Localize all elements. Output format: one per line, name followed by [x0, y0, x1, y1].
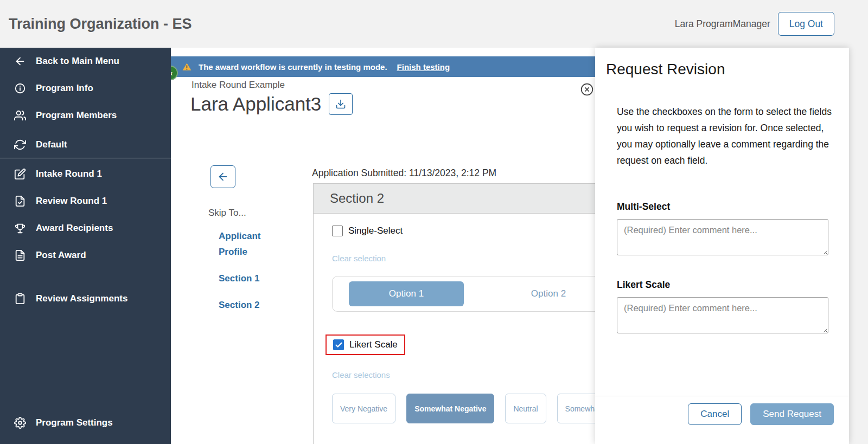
likert-options: Very Negative Somewhat Negative Neutral … [332, 394, 595, 423]
logged-in-user: Lara ProgramManager [675, 18, 770, 30]
sidebar-item-label: Intake Round 1 [36, 169, 102, 179]
sidebar-item-program-members[interactable]: Program Members [0, 102, 171, 129]
main-content: The award workflow is currently in testi… [171, 48, 595, 444]
breadcrumb: Intake Round Example [192, 80, 285, 91]
sidebar-item-review-assignments[interactable]: Review Assignments [0, 285, 171, 312]
sidebar-item-label: Program Settings [36, 417, 113, 428]
trophy-icon [14, 222, 26, 234]
applicant-header: Lara Applicant3 [190, 93, 353, 115]
sidebar-item-intake-round-1[interactable]: Intake Round 1 [0, 160, 171, 188]
sidebar-item-label: Default [36, 139, 67, 150]
likert-scale-label: Likert Scale [349, 339, 398, 350]
people-icon [14, 110, 26, 121]
likert-scale-comment-input[interactable] [617, 297, 828, 333]
send-request-button[interactable]: Send Request [750, 403, 834, 425]
sidebar-item-review-round-1[interactable]: Review Round 1 [0, 188, 171, 215]
app-header: Training Organization - ES Lara ProgramM… [0, 0, 868, 48]
download-icon [335, 99, 346, 110]
cycle-icon [14, 139, 26, 151]
sidebar-item-program-info[interactable]: Program Info [0, 75, 171, 102]
skip-link-section-2[interactable]: Section 2 [219, 297, 290, 313]
edit-document-icon [14, 168, 26, 180]
likert-scale-comment-label: Likert Scale [617, 279, 670, 291]
multi-select-comment-label: Multi-Select [617, 201, 670, 213]
finish-testing-link[interactable]: Finish testing [397, 62, 450, 72]
download-button[interactable] [329, 93, 353, 115]
clear-selections-link[interactable]: Clear selections [332, 370, 390, 379]
skip-link-applicant-profile[interactable]: Applicant Profile [219, 228, 290, 260]
gear-icon [14, 417, 26, 429]
single-select-field: Single-Select [332, 226, 595, 236]
testing-mode-banner: The award workflow is currently in testi… [171, 56, 595, 77]
multi-select-comment-input[interactable] [617, 219, 828, 255]
request-revision-panel: Request Revision Use the checkboxes on t… [595, 48, 849, 444]
request-revision-title: Request Revision [606, 61, 725, 78]
section-panel: Section 2 Single-Select Clear selection … [313, 183, 595, 444]
sidebar-item-post-award[interactable]: Post Award [0, 242, 171, 269]
skip-link-section-1[interactable]: Section 1 [219, 271, 290, 286]
clipboard-icon [14, 293, 26, 305]
sidebar-item-label: Post Award [36, 250, 86, 261]
logout-button[interactable]: Log Out [778, 12, 834, 36]
warning-icon [182, 62, 192, 72]
application-submitted-text: Application Submitted: 11/13/2023, 2:12 … [312, 168, 496, 179]
likert-somewhat-positive-button[interactable]: Somewhat [557, 394, 595, 423]
sidebar-item-default-cycle[interactable]: Default [0, 131, 171, 158]
clear-selection-link[interactable]: Clear selection [332, 254, 386, 263]
sidebar-item-label: Review Round 1 [36, 196, 107, 207]
section-title: Section 2 [314, 184, 595, 214]
sidebar-item-award-recipients[interactable]: Award Recipients [0, 215, 171, 242]
sidebar-item-back-to-main-menu[interactable]: Back to Main Menu [0, 48, 171, 75]
sidebar-nav: Back to Main Menu Program Info Program M… [0, 48, 171, 444]
request-revision-description: Use the checkboxes on the form to select… [617, 104, 834, 169]
likert-very-negative-button[interactable]: Very Negative [332, 394, 395, 423]
sidebar-item-label: Review Assignments [36, 293, 127, 304]
info-icon [14, 82, 26, 94]
likert-neutral-button[interactable]: Neutral [505, 394, 546, 423]
section-body: Single-Select Clear selection Option 1 O… [314, 214, 595, 435]
likert-somewhat-negative-button[interactable]: Somewhat Negative [406, 394, 494, 423]
sidebar-item-label: Back to Main Menu [36, 56, 119, 67]
likert-scale-field-highlighted: Likert Scale [326, 334, 405, 355]
single-select-label: Single-Select [348, 226, 403, 236]
cancel-button[interactable]: Cancel [688, 403, 742, 425]
page-title: Lara Applicant3 [190, 93, 321, 115]
skip-links: Applicant Profile Section 1 Section 2 [219, 228, 290, 313]
skip-to-label: Skip To... [208, 208, 246, 218]
app-title: Training Organization - ES [9, 16, 192, 33]
document-check-icon [14, 195, 26, 207]
option-1-button[interactable]: Option 1 [349, 281, 464, 306]
sidebar-item-program-settings[interactable]: Program Settings [0, 409, 171, 436]
likert-scale-checkbox[interactable] [333, 339, 344, 350]
arrow-left-icon [14, 55, 26, 67]
single-select-checkbox[interactable] [332, 226, 343, 236]
sidebar-item-label: Program Info [36, 83, 93, 94]
back-button[interactable] [210, 165, 235, 188]
option-2-button[interactable]: Option 2 [491, 281, 595, 306]
sidebar-item-label: Award Recipients [36, 223, 113, 234]
single-select-options: Option 1 Option 2 [332, 276, 595, 312]
drawer-footer: Cancel Send Request [595, 396, 849, 444]
arrow-left-icon [217, 171, 229, 183]
header-right: Lara ProgramManager Log Out [675, 12, 834, 36]
sidebar-item-label: Program Members [36, 110, 117, 121]
banner-message: The award workflow is currently in testi… [199, 62, 387, 72]
document-icon [14, 249, 26, 261]
close-icon[interactable] [580, 82, 594, 96]
